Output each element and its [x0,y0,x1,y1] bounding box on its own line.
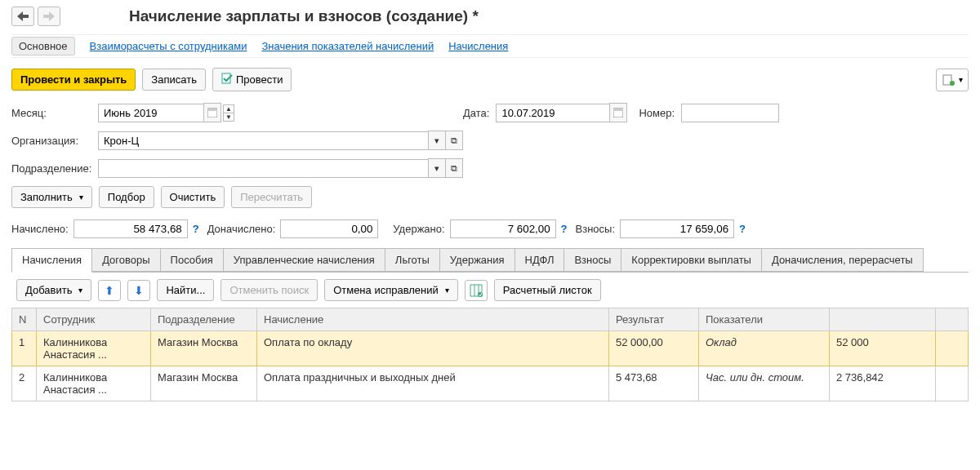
svg-rect-4 [207,109,217,111]
help-icon[interactable]: ? [739,223,746,235]
calc-value[interactable] [74,219,188,238]
tab-9[interactable]: Доначисления, перерасчеты [761,248,924,272]
hold-value[interactable] [450,219,556,238]
cancel-find-button: Отменить поиск [220,279,318,301]
col-indicator-value [830,308,936,331]
tab-6[interactable]: НДФЛ [514,248,565,272]
col-result: Результат [609,308,699,331]
cancel-fix-button[interactable]: Отмена исправлений▾ [324,279,458,301]
add-value[interactable] [280,219,378,238]
recalc-button: Пересчитать [231,186,312,208]
post-icon [221,73,233,86]
forward-button[interactable] [38,7,60,26]
number-input[interactable] [681,104,779,122]
div-open-icon[interactable]: ⧉ [445,158,463,178]
nav-settlements[interactable]: Взаиморасчеты с сотрудниками [90,40,247,52]
add-label: Доначислено: [207,223,276,235]
hold-label: Удержано: [393,223,444,235]
col-calculation: Начисление [257,308,609,331]
move-up-button[interactable]: ⬆ [98,280,121,301]
month-input[interactable] [98,104,204,122]
grid-settings-button[interactable] [465,280,488,301]
div-input[interactable] [98,159,429,178]
table-row[interactable]: 2Калинникова Анастасия ...Магазин Москва… [12,366,969,401]
table-row[interactable]: 1Калинникова Анастасия ...Магазин Москва… [12,331,969,366]
col-employee: Сотрудник [37,308,151,331]
calendar-icon[interactable] [203,103,221,122]
stepper-down[interactable]: ▼ [223,113,234,122]
org-open-icon[interactable]: ⧉ [445,131,463,150]
fill-button[interactable]: Заполнить▾ [11,186,92,208]
month-stepper[interactable]: ▲ ▼ [223,104,234,122]
col-division: Подразделение [151,308,257,331]
page-title: Начисление зарплаты и взносов (создание)… [129,7,479,25]
date-calendar-icon[interactable] [609,103,627,122]
chevron-down-icon: ▾ [959,75,963,84]
payslip-button[interactable]: Расчетный листок [494,279,601,301]
date-input[interactable] [496,104,610,122]
number-label: Номер: [639,107,675,119]
nav-values[interactable]: Значения показателей начислений [261,40,434,52]
tab-4[interactable]: Льготы [385,248,440,272]
svg-point-2 [950,81,955,86]
nav-calculations[interactable]: Начисления [448,40,508,52]
col-indicator: Показатели [699,308,830,331]
post-label: Провести [236,73,283,86]
save-button[interactable]: Записать [142,69,206,91]
date-label: Дата: [463,107,489,119]
accruals-table: N Сотрудник Подразделение Начисление Рез… [11,308,969,401]
org-input[interactable] [98,131,429,150]
tab-3[interactable]: Управленческие начисления [223,248,385,272]
tab-2[interactable]: Пособия [160,248,224,272]
tab-7[interactable]: Взносы [564,248,621,272]
col-n: N [12,308,37,331]
clear-button[interactable]: Очистить [161,186,225,208]
org-label: Организация: [11,135,98,147]
chevron-down-icon: ▾ [445,286,449,295]
post-button[interactable]: Провести [212,68,292,91]
cont-label: Взносы: [576,223,616,235]
calc-label: Начислено: [11,223,69,235]
tab-1[interactable]: Договоры [91,248,160,272]
tabbar: НачисленияДоговорыПособияУправленческие … [11,248,969,273]
back-button[interactable] [11,7,34,26]
pick-button[interactable]: Подбор [99,186,154,208]
move-down-button[interactable]: ⬇ [127,280,150,301]
find-button[interactable]: Найти... [157,279,214,301]
month-label: Месяц: [11,107,98,119]
nav-main[interactable]: Основное [11,37,75,55]
tab-0[interactable]: Начисления [11,248,92,273]
col-extra [936,308,969,331]
tab-5[interactable]: Удержания [439,248,515,272]
tab-8[interactable]: Корректировки выплаты [621,248,762,272]
post-close-button[interactable]: Провести и закрыть [11,69,136,91]
svg-rect-6 [613,109,623,111]
div-label: Подразделение: [11,162,98,175]
chevron-down-icon: ▾ [78,286,82,295]
help-icon[interactable]: ? [561,223,568,235]
org-dropdown-icon[interactable]: ▾ [428,131,446,150]
more-actions-button[interactable]: ▾ [936,69,969,91]
help-icon[interactable]: ? [193,223,199,235]
chevron-down-icon: ▾ [79,193,83,202]
cont-value[interactable] [620,219,734,238]
div-dropdown-icon[interactable]: ▾ [428,158,446,178]
add-button[interactable]: Добавить▾ [16,279,91,301]
